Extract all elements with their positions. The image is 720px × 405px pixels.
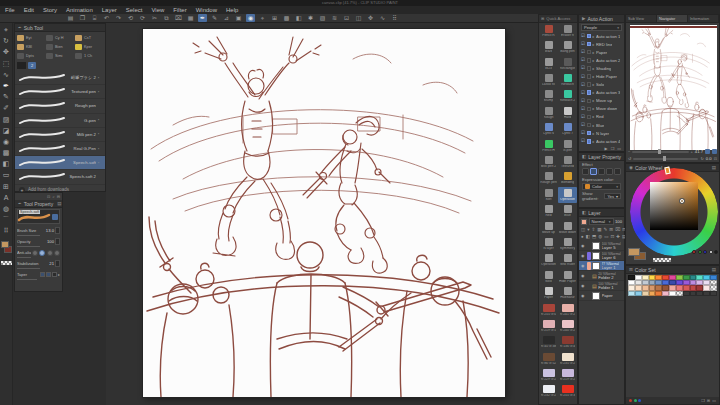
brush-list-item[interactable]: Speech-soft 2 bbox=[15, 170, 105, 184]
command-bar-icon[interactable]: ⌸ bbox=[90, 14, 99, 22]
quick-access-item[interactable]: Bang pen bbox=[558, 39, 577, 55]
brush-list-item[interactable]: Real G-Pen ▪ bbox=[15, 142, 105, 156]
layer-opacity-value[interactable]: 100 bbox=[615, 219, 622, 224]
expand-arrow-icon[interactable]: ▸ bbox=[593, 42, 595, 47]
color-swatch[interactable] bbox=[683, 291, 690, 296]
color-swatch[interactable] bbox=[649, 291, 656, 296]
navigator-thumbnail[interactable] bbox=[630, 25, 717, 150]
color-wheel[interactable] bbox=[629, 174, 718, 251]
quick-access-item[interactable]: Rough bbox=[539, 105, 558, 121]
color-swatch[interactable] bbox=[635, 291, 642, 296]
quick-access-item[interactable]: R:219 G:2 bbox=[558, 367, 577, 383]
zoom-out-icon[interactable]: − bbox=[628, 149, 630, 154]
play-action-button[interactable]: ▶ bbox=[605, 146, 608, 151]
checkbox-icon[interactable]: ☑ bbox=[581, 98, 585, 104]
command-bar-icon[interactable]: ✎ bbox=[210, 14, 219, 22]
command-bar-icon[interactable]: ▤ bbox=[66, 14, 75, 22]
expand-arrow-icon[interactable]: ▸ bbox=[593, 98, 595, 103]
stabilization-value[interactable]: 21 bbox=[41, 261, 54, 266]
brush-size-stepper[interactable] bbox=[55, 227, 60, 234]
expand-arrow-icon[interactable]: ▸ bbox=[593, 58, 595, 63]
command-bar-icon[interactable]: ≋ bbox=[330, 14, 339, 22]
color-history-dot[interactable] bbox=[714, 250, 718, 254]
tool-icon[interactable]: ◧ bbox=[3, 160, 10, 168]
layer-toolbar-icon[interactable]: ⌧ bbox=[615, 227, 620, 232]
search-icon[interactable]: ⌕ bbox=[52, 194, 54, 199]
delete-swatch-button[interactable]: ▭ bbox=[712, 398, 716, 403]
navigator-tab[interactable]: Navigator bbox=[657, 15, 688, 22]
quick-access-item[interactable]: Rectangle bbox=[558, 56, 577, 72]
quick-access-item[interactable]: Move down bbox=[558, 220, 577, 236]
expand-arrow-icon[interactable]: ▸ bbox=[593, 50, 595, 55]
collapse-icon[interactable]: ⊟ bbox=[57, 194, 60, 199]
layer-toolbar-icon[interactable]: ◍ bbox=[598, 234, 602, 239]
layer-color-effect-button[interactable] bbox=[598, 168, 605, 175]
quick-access-item[interactable]: Lasso fill bbox=[539, 72, 558, 88]
command-bar-icon[interactable]: ⌧ bbox=[174, 14, 183, 22]
tool-icon[interactable]: ▨ bbox=[3, 116, 10, 124]
expand-arrow-icon[interactable]: ▸ bbox=[593, 90, 595, 95]
menu-icon[interactable]: ▤ bbox=[712, 267, 716, 272]
quick-access-item[interactable]: Milli pen 2 bbox=[539, 154, 558, 170]
layer-row[interactable]: ◉ ▤ 100 %Normal Layer 5 bbox=[579, 241, 624, 251]
command-bar-icon[interactable]: ∿ bbox=[378, 14, 387, 22]
quick-access-item[interactable]: R:232 G:2 bbox=[539, 384, 558, 400]
show-gradient-dropdown[interactable]: Yes ▾ bbox=[604, 193, 621, 199]
expand-settings-arrow[interactable]: ▸ bbox=[58, 272, 60, 277]
checkbox-icon[interactable]: ☑ bbox=[581, 114, 585, 120]
tool-icon[interactable]: ▭ bbox=[3, 171, 10, 179]
tool-icon[interactable]: ⌒ bbox=[3, 216, 10, 224]
zoom-slider[interactable] bbox=[632, 151, 688, 153]
quick-access-item[interactable]: R:219 G:1 bbox=[539, 318, 558, 334]
color-history-dot[interactable] bbox=[698, 250, 702, 254]
expand-arrow-icon[interactable]: ▸ bbox=[593, 34, 595, 39]
expression-effect-button[interactable] bbox=[614, 168, 621, 175]
color-swatch[interactable] bbox=[669, 291, 676, 296]
color-swatch[interactable] bbox=[676, 291, 683, 296]
color-swatch[interactable] bbox=[696, 291, 703, 296]
color-history-dot[interactable] bbox=[709, 250, 713, 254]
tool-icon[interactable]: ⌖ bbox=[4, 26, 8, 34]
color-swatch[interactable] bbox=[662, 291, 669, 296]
layer-toolbar-icon[interactable]: ✎ bbox=[604, 227, 608, 232]
expand-arrow-icon[interactable]: ▸ bbox=[593, 114, 595, 119]
tool-icon[interactable]: ⬚ bbox=[3, 60, 10, 68]
replace-swatch-button[interactable]: ⊞ bbox=[707, 398, 710, 403]
canvas-area[interactable] bbox=[106, 23, 538, 405]
auto-action-row[interactable]: ☑ ▸ RED line bbox=[579, 40, 624, 48]
main-color-swatch[interactable] bbox=[1, 241, 9, 248]
sub-tool-group-tile[interactable]: KBl bbox=[17, 43, 45, 51]
command-bar-icon[interactable]: ◉ bbox=[246, 14, 255, 22]
opacity-value[interactable]: 100 bbox=[41, 239, 54, 244]
tool-icon[interactable]: A bbox=[4, 194, 9, 202]
auto-action-row[interactable]: ☑ ▸ Blue bbox=[579, 121, 624, 129]
quick-access-item[interactable]: Rough pen bbox=[539, 171, 558, 187]
menu-item[interactable]: Help bbox=[226, 7, 238, 13]
command-bar-icon[interactable]: ⟳ bbox=[138, 14, 147, 22]
tool-icon[interactable]: ◍ bbox=[3, 205, 9, 213]
command-bar-icon[interactable]: ↷ bbox=[114, 14, 123, 22]
quick-access-item[interactable]: Cyntil 7 bbox=[558, 121, 577, 137]
brush-list-item[interactable]: Speech-soft ▪ bbox=[15, 156, 105, 170]
quick-access-item[interactable]: G-pen bbox=[558, 138, 577, 154]
quick-access-item[interactable]: Textured bbox=[558, 154, 577, 170]
quick-access-item[interactable]: Eraser h bbox=[558, 23, 577, 39]
auto-action-row[interactable]: ☑ ▸ Hide Paper bbox=[579, 72, 624, 80]
color-swatch[interactable] bbox=[690, 291, 697, 296]
layer-row[interactable]: ◉ ▤ Paper bbox=[579, 291, 624, 301]
brush-list-item[interactable]: G-pen ▪ bbox=[15, 114, 105, 128]
layer-toolbar-icon[interactable]: ● bbox=[581, 234, 584, 239]
anti-aliasing-middle[interactable] bbox=[47, 250, 53, 256]
sub-tool-group-tile[interactable]: Simi bbox=[46, 52, 74, 60]
checkbox-icon[interactable]: ☑ bbox=[581, 57, 585, 63]
quick-access-item[interactable]: Blue bbox=[558, 203, 577, 219]
layer-row[interactable]: ◉ ▤ 100 %Normal Folder 1 bbox=[579, 281, 624, 291]
opacity-stepper[interactable] bbox=[55, 238, 60, 245]
quick-access-item[interactable]: R:241 G:2 bbox=[558, 302, 577, 318]
layer-toolbar-icon[interactable]: ⊡ bbox=[610, 234, 614, 239]
auto-action-row[interactable]: ☑ ▸ Auto action 4 bbox=[579, 137, 624, 145]
command-bar-icon[interactable]: ▨ bbox=[318, 14, 327, 22]
brush-size-value[interactable]: 13.0 bbox=[41, 228, 54, 233]
sub-tool-group-tile[interactable]: Cy H bbox=[46, 34, 74, 42]
command-bar-icon[interactable]: ◫ bbox=[354, 14, 363, 22]
